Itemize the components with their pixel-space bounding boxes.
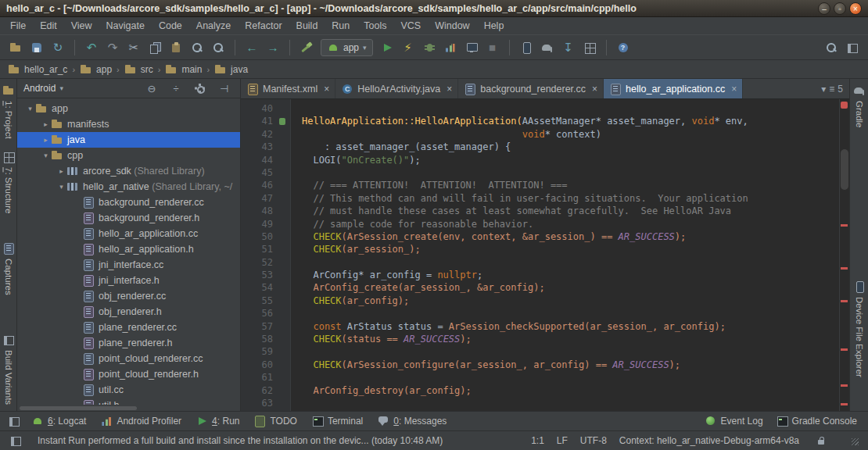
tool-window-button-build-variants[interactable]: Build Variants [2,328,15,411]
apply-changes-button[interactable]: ⚡ [399,38,418,57]
breadcrumb-item-src[interactable]: src [124,64,153,75]
tool-window-button-gradle[interactable]: Gradle [853,79,866,134]
code-view[interactable]: HelloArApplication::HelloArApplication(A… [291,99,849,411]
menu-code[interactable]: Code [152,18,189,34]
hide-panel-button[interactable]: ⊣ [215,79,234,98]
readonly-toggle-button[interactable] [812,431,830,450]
editor-gutter[interactable]: 4041424344454647484950515253545556575859… [241,99,291,411]
project-view-selector[interactable]: Android ▾ [23,83,63,94]
run-button[interactable] [378,38,396,57]
tool-window-button-device-file-explorer[interactable]: Device File Explorer [853,275,866,384]
error-stripe-mark[interactable] [841,403,848,405]
chevron-collapsed-icon[interactable]: ▸ [56,167,66,175]
toolwindow-toggle-button[interactable] [6,431,25,450]
collapse-all-button[interactable]: ⊖ [142,79,161,98]
menu-analyze[interactable]: Analyze [189,18,238,34]
make-project-button[interactable] [297,38,316,57]
close-icon[interactable]: × [447,84,452,95]
error-stripe-mark[interactable] [841,384,848,387]
status-widget-line-ending[interactable]: LF [557,435,568,446]
tabs-dropdown-icon[interactable]: ▾ [821,84,826,95]
tool-button-gradle-console[interactable]: Gradle Console [769,412,863,430]
device-monitor-button[interactable] [580,38,599,57]
search-everywhere-button[interactable] [822,38,841,57]
menu-help[interactable]: Help [477,18,511,34]
tool-button-0-messages[interactable]: 0: Messages [371,412,453,430]
close-icon[interactable]: × [324,84,329,95]
stop-button[interactable]: ■ [483,38,502,57]
breadcrumb-item-java[interactable]: java [214,64,248,75]
tree-item-background-renderer-cc[interactable]: background_renderer.cc [17,195,240,210]
tool-window-button-1-project[interactable]: 1: Project [2,79,15,145]
menu-window[interactable]: Window [428,18,476,34]
horizontal-scrollbar[interactable] [17,405,240,411]
tree-item-point-cloud-renderer-cc[interactable]: point_cloud_renderer.cc [17,351,240,366]
tree-item-point-cloud-renderer-h[interactable]: point_cloud_renderer.h [17,366,240,382]
scrollbar-thumb[interactable] [20,406,137,410]
tree-item-hello-ar-application-cc[interactable]: hello_ar_application.cc [17,226,240,241]
menu-navigate[interactable]: Navigate [99,18,152,34]
status-widget-caret-position[interactable]: 1:1 [531,435,544,446]
editor-tab-manifest-xml[interactable]: Manifest.xml× [241,79,335,98]
find-button[interactable] [188,38,206,57]
tree-item-plane-renderer-cc[interactable]: plane_renderer.cc [17,320,240,335]
tree-item-hello-ar-application-h[interactable]: hello_ar_application.h [17,241,240,257]
close-icon[interactable]: × [592,84,597,95]
redo-button[interactable]: ↷ [103,38,122,57]
menu-file[interactable]: File [3,18,33,34]
tree-item-obj-renderer-cc[interactable]: obj_renderer.cc [17,288,240,304]
open-button[interactable] [6,38,25,57]
breadcrumb-item-app[interactable]: app [80,64,112,75]
status-widget-encoding[interactable]: UTF-8 [580,435,607,446]
tree-item-util-cc[interactable]: util.cc [17,382,240,398]
sdk-manager-button[interactable]: ↧ [559,38,578,57]
paste-button[interactable] [167,38,185,57]
status-message[interactable]: Instant Run performed a full build and i… [38,435,518,446]
tree-item-obj-renderer-h[interactable]: obj_renderer.h [17,304,240,320]
sync-button[interactable]: ↻ [48,38,67,57]
chevron-expanded-icon[interactable]: ▾ [56,183,66,191]
error-stripe[interactable] [839,99,849,411]
tool-window-button-7-structure[interactable]: 7: Structure [2,145,15,220]
minimize-button[interactable]: – [818,2,830,15]
maximize-button[interactable]: ▫ [834,2,846,15]
editor-scrollbar-thumb[interactable] [841,149,848,190]
titlebar[interactable]: hello_ar_c - [~/Downloads/arcore_sdk/sam… [0,0,868,17]
tree-item-app[interactable]: ▾app [17,101,240,116]
tree-item-plane-renderer-h[interactable]: plane_renderer.h [17,335,240,351]
tree-item-manifests[interactable]: ▸manifests [17,116,240,132]
tool-button-event-log[interactable]: Event Log [698,412,769,430]
menu-run[interactable]: Run [325,18,357,34]
tree-item-cpp[interactable]: ▾cpp [17,148,240,163]
tree-item-jni-interface-cc[interactable]: jni_interface.cc [17,257,240,273]
code-area[interactable]: 4041424344454647484950515253545556575859… [241,99,849,411]
toolwindow-switcher-button[interactable] [5,412,23,430]
help-button[interactable] [614,38,633,57]
error-stripe-mark[interactable] [841,300,848,302]
editor-tab-background-renderer-cc[interactable]: background_renderer.cc× [458,79,604,98]
back-button[interactable]: ← [242,38,261,57]
undo-button[interactable]: ↶ [82,38,101,57]
error-stripe-mark[interactable] [841,224,848,227]
hidden-tabs-icon[interactable]: ≡ [829,84,834,95]
chevron-expanded-icon[interactable]: ▾ [41,152,51,159]
tool-button-android-profiler[interactable]: Android Profiler [94,412,188,430]
profile-button[interactable] [441,38,460,57]
error-stripe-mark[interactable] [841,348,848,351]
avd-manager-button[interactable] [517,38,536,57]
close-icon[interactable]: × [731,84,737,95]
forward-button[interactable]: → [264,38,282,57]
tree-item-jni-interface-h[interactable]: jni_interface.h [17,273,240,288]
breadcrumb-item-main[interactable]: main [165,64,202,75]
close-button[interactable]: × [849,2,862,15]
tool-button-6-logcat[interactable]: 6: Logcat [25,412,92,430]
status-widget-build-context[interactable]: Context: hello_ar_native-Debug-arm64-v8a [619,435,799,446]
tree-item-background-renderer-h[interactable]: background_renderer.h [17,210,240,226]
tool-button-terminal[interactable]: Terminal [305,412,369,430]
tree-item-arcore-sdk[interactable]: ▸arcore_sdk (Shared Library) [17,163,240,179]
menu-view[interactable]: View [64,18,99,34]
tool-button-todo[interactable]: TODO [247,412,303,430]
cut-button[interactable]: ✂ [124,38,143,57]
menu-vcs[interactable]: VCS [393,18,428,34]
chevron-collapsed-icon[interactable]: ▸ [41,136,51,144]
